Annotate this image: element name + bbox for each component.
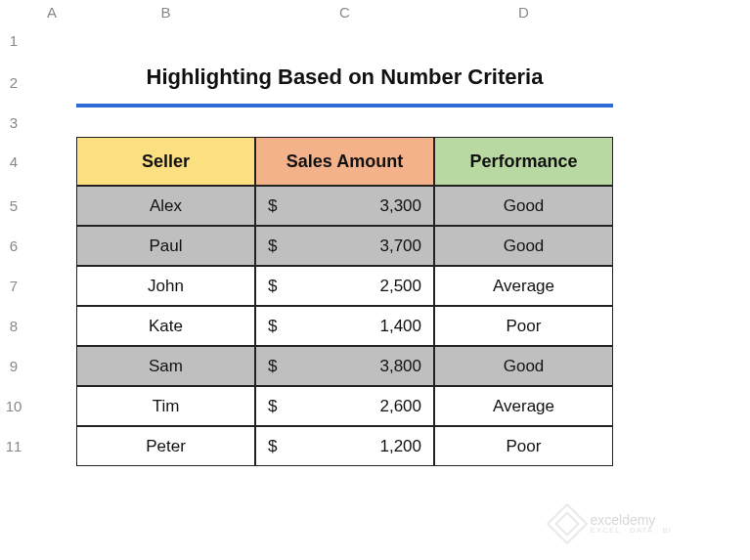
- row-header-7[interactable]: 7: [0, 266, 27, 306]
- table-cell-seller[interactable]: Sam: [76, 346, 255, 386]
- row-header-3[interactable]: 3: [0, 108, 27, 137]
- cell-A9[interactable]: [27, 346, 76, 386]
- row-header-6[interactable]: 6: [0, 226, 27, 266]
- currency-symbol: $: [268, 437, 277, 456]
- cell-D1[interactable]: [434, 23, 613, 57]
- row-header-10[interactable]: 10: [0, 386, 27, 426]
- table-cell-seller[interactable]: Kate: [76, 306, 255, 346]
- table-cell-seller[interactable]: Alex: [76, 186, 255, 226]
- table-cell-sales[interactable]: $2,600: [255, 386, 434, 426]
- cell-C1[interactable]: [255, 23, 434, 57]
- cell-A2[interactable]: [27, 57, 76, 108]
- cell-A6[interactable]: [27, 226, 76, 266]
- table-cell-performance[interactable]: Average: [434, 266, 613, 306]
- col-header-B[interactable]: B: [76, 0, 255, 23]
- table-cell-sales[interactable]: $1,200: [255, 426, 434, 466]
- currency-symbol: $: [268, 196, 277, 216]
- table-header-sales[interactable]: Sales Amount: [255, 137, 434, 186]
- col-header-C[interactable]: C: [255, 0, 434, 23]
- cell-A8[interactable]: [27, 306, 76, 346]
- table-cell-performance[interactable]: Poor: [434, 306, 613, 346]
- cell-A7[interactable]: [27, 266, 76, 306]
- cell-B1[interactable]: [76, 23, 255, 57]
- spreadsheet-grid: A B C D 1 2 Highlighting Based on Number…: [0, 0, 750, 466]
- cell-A1[interactable]: [27, 23, 76, 57]
- watermark-text: exceldemy EXCEL · DATA · BI: [590, 513, 672, 535]
- col-header-D[interactable]: D: [434, 0, 613, 23]
- table-cell-sales[interactable]: $2,500: [255, 266, 434, 306]
- row-header-4[interactable]: 4: [0, 137, 27, 186]
- table-cell-sales[interactable]: $3,300: [255, 186, 434, 226]
- currency-symbol: $: [268, 357, 277, 376]
- currency-symbol: $: [268, 277, 277, 296]
- row-header-8[interactable]: 8: [0, 306, 27, 346]
- row-header-9[interactable]: 9: [0, 346, 27, 386]
- table-cell-seller[interactable]: Paul: [76, 226, 255, 266]
- currency-symbol: $: [268, 397, 277, 416]
- cell-D3[interactable]: [434, 108, 613, 137]
- cell-A5[interactable]: [27, 186, 76, 226]
- sales-value: 3,700: [379, 237, 421, 256]
- row-header-5[interactable]: 5: [0, 186, 27, 226]
- cell-A4[interactable]: [27, 137, 76, 186]
- select-all-corner[interactable]: [0, 0, 27, 23]
- col-header-A[interactable]: A: [27, 0, 76, 23]
- table-cell-seller[interactable]: Tim: [76, 386, 255, 426]
- sales-value: 3,300: [379, 196, 421, 216]
- row-header-11[interactable]: 11: [0, 426, 27, 466]
- table-cell-performance[interactable]: Good: [434, 346, 613, 386]
- row-header-2[interactable]: 2: [0, 57, 27, 108]
- page-title[interactable]: Highlighting Based on Number Criteria: [76, 57, 613, 108]
- watermark-logo-icon: [547, 503, 588, 544]
- cell-C3[interactable]: [255, 108, 434, 137]
- cell-A3[interactable]: [27, 108, 76, 137]
- sales-value: 3,800: [379, 357, 421, 376]
- table-cell-performance[interactable]: Good: [434, 226, 613, 266]
- table-header-seller[interactable]: Seller: [76, 137, 255, 186]
- table-cell-seller[interactable]: Peter: [76, 426, 255, 466]
- table-header-performance[interactable]: Performance: [434, 137, 613, 186]
- sales-value: 1,400: [379, 317, 421, 336]
- sales-value: 1,200: [379, 437, 421, 456]
- table-cell-performance[interactable]: Poor: [434, 426, 613, 466]
- row-header-1[interactable]: 1: [0, 23, 27, 57]
- cell-A10[interactable]: [27, 386, 76, 426]
- sales-value: 2,600: [379, 397, 421, 416]
- table-cell-seller[interactable]: John: [76, 266, 255, 306]
- currency-symbol: $: [268, 237, 277, 256]
- table-cell-sales[interactable]: $1,400: [255, 306, 434, 346]
- watermark: exceldemy EXCEL · DATA · BI: [552, 509, 672, 538]
- table-cell-performance[interactable]: Average: [434, 386, 613, 426]
- watermark-tagline: EXCEL · DATA · BI: [590, 527, 672, 535]
- currency-symbol: $: [268, 317, 277, 336]
- table-cell-performance[interactable]: Good: [434, 186, 613, 226]
- table-cell-sales[interactable]: $3,700: [255, 226, 434, 266]
- cell-B3[interactable]: [76, 108, 255, 137]
- table-cell-sales[interactable]: $3,800: [255, 346, 434, 386]
- cell-A11[interactable]: [27, 426, 76, 466]
- sales-value: 2,500: [379, 277, 421, 296]
